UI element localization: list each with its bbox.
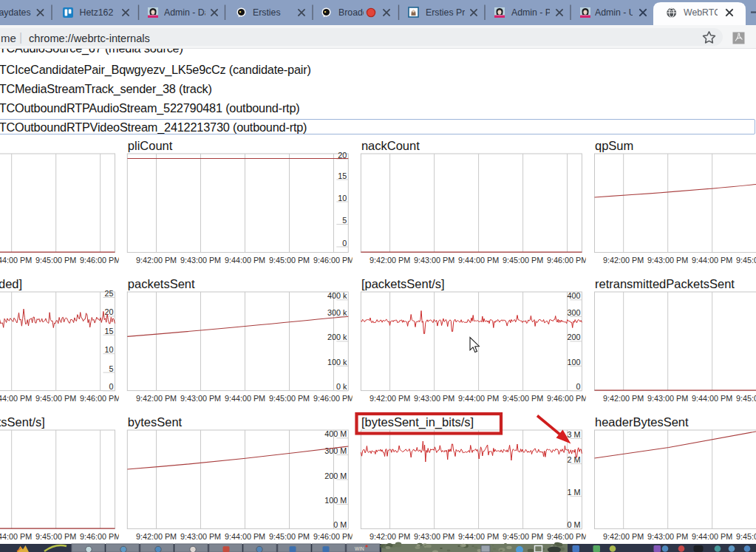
- svg-text:WIN: WIN: [355, 546, 364, 551]
